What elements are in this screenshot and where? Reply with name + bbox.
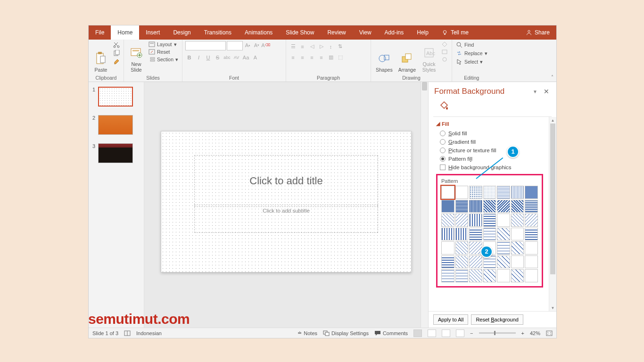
numbering-button[interactable]: ≡ <box>298 42 306 50</box>
picture-fill-radio[interactable]: Picture or texture fill <box>440 148 545 153</box>
pattern-swatch[interactable] <box>469 228 482 241</box>
thumb-2[interactable] <box>98 115 133 135</box>
shape-fill-button[interactable] <box>440 41 449 48</box>
thumb-1[interactable] <box>98 87 133 107</box>
tab-animations[interactable]: Animations <box>238 25 279 40</box>
title-placeholder[interactable]: Click to add title <box>194 155 378 207</box>
tab-home[interactable]: Home <box>111 25 139 40</box>
layout-button[interactable]: Layout ▾ <box>148 41 179 48</box>
tab-review[interactable]: Review <box>321 25 352 40</box>
quick-styles-button[interactable]: AbcQuick Styles <box>420 41 438 74</box>
tab-help[interactable]: Help <box>410 25 435 40</box>
pattern-swatch[interactable] <box>525 255 538 269</box>
pattern-swatch[interactable] <box>455 269 469 282</box>
reset-button[interactable]: Reset <box>148 49 179 55</box>
pattern-swatch[interactable] <box>511 269 524 282</box>
font-size-select[interactable] <box>227 41 243 50</box>
pattern-swatch[interactable] <box>525 186 538 199</box>
format-painter-button[interactable] <box>112 58 121 66</box>
sorter-view-button[interactable] <box>428 329 436 337</box>
pattern-swatch[interactable] <box>483 214 496 227</box>
tab-slideshow[interactable]: Slide Show <box>279 25 321 40</box>
font-color-button[interactable]: A <box>251 53 259 61</box>
pattern-swatch[interactable] <box>441 214 454 227</box>
font-family-select[interactable] <box>185 41 226 50</box>
comments-button[interactable]: Comments <box>374 330 408 336</box>
share-button[interactable]: Share <box>519 25 556 40</box>
pattern-swatch[interactable] <box>441 228 454 241</box>
pattern-swatch[interactable] <box>525 214 538 227</box>
indent-dec-button[interactable]: ◁ <box>308 42 316 50</box>
pattern-swatch[interactable] <box>511 186 524 199</box>
pattern-swatch[interactable] <box>469 269 482 282</box>
pattern-swatch[interactable] <box>469 214 482 227</box>
shape-outline-button[interactable] <box>440 49 449 55</box>
slide-counter[interactable]: Slide 1 of 3 <box>92 330 118 336</box>
columns-button[interactable]: ▥ <box>327 53 335 61</box>
apply-to-all-button[interactable]: Apply to All <box>433 314 468 325</box>
pattern-swatch[interactable] <box>441 200 454 213</box>
pattern-swatch[interactable] <box>455 241 469 255</box>
gradient-fill-radio[interactable]: Gradient fill <box>440 139 545 145</box>
pattern-swatch[interactable] <box>469 186 482 199</box>
zoom-level[interactable]: 42% <box>530 330 540 336</box>
pattern-swatch[interactable] <box>469 255 482 269</box>
tab-view[interactable]: View <box>353 25 378 40</box>
text-direction-button[interactable]: ⇅ <box>336 42 344 50</box>
pattern-swatch[interactable] <box>483 200 496 213</box>
justify-button[interactable]: ≡ <box>317 53 325 61</box>
smartart-button[interactable]: ⬚ <box>336 53 344 61</box>
shapes-button[interactable]: Shapes <box>374 41 395 74</box>
pattern-swatch[interactable] <box>525 228 538 241</box>
spellcheck-button[interactable] <box>124 330 131 336</box>
decrease-font-button[interactable]: A▾ <box>253 41 261 49</box>
pattern-swatch[interactable] <box>497 214 510 227</box>
tab-file[interactable]: File <box>89 25 111 40</box>
arrange-button[interactable]: Arrange <box>396 41 418 74</box>
pattern-swatch[interactable] <box>441 255 454 269</box>
bullets-button[interactable]: ☰ <box>289 42 297 50</box>
pattern-swatch[interactable] <box>497 228 510 241</box>
slideshow-view-button[interactable] <box>456 329 464 337</box>
align-right-button[interactable]: ≡ <box>308 53 316 61</box>
zoom-in-button[interactable]: + <box>521 330 524 336</box>
pattern-swatch[interactable] <box>497 200 510 213</box>
thumb-3[interactable] <box>98 143 133 163</box>
zoom-out-button[interactable]: − <box>470 330 473 336</box>
tab-design[interactable]: Design <box>166 25 197 40</box>
pattern-swatch[interactable] <box>441 186 454 199</box>
new-slide-button[interactable]: New Slide <box>127 41 146 74</box>
italic-button[interactable]: I <box>195 53 203 61</box>
pattern-swatch[interactable] <box>455 214 469 227</box>
tab-addins[interactable]: Add-ins <box>378 25 411 40</box>
pattern-swatch[interactable] <box>497 269 510 282</box>
pattern-swatch[interactable] <box>511 228 524 241</box>
pattern-swatch[interactable] <box>455 255 469 269</box>
solid-fill-radio[interactable]: Solid fill <box>440 131 545 136</box>
pattern-swatch[interactable] <box>511 241 524 255</box>
select-button[interactable]: Select ▾ <box>455 58 488 66</box>
section-button[interactable]: Section ▾ <box>148 56 179 63</box>
pattern-fill-radio[interactable]: Pattern fill <box>440 156 545 162</box>
bold-button[interactable]: B <box>185 53 193 61</box>
align-left-button[interactable]: ≡ <box>289 53 297 61</box>
pattern-swatch[interactable] <box>497 186 510 199</box>
indent-inc-button[interactable]: ▷ <box>317 42 325 50</box>
clear-format-button[interactable]: A⌫ <box>262 41 270 49</box>
collapse-ribbon-button[interactable]: ˄ <box>551 74 553 80</box>
normal-view-button[interactable] <box>413 329 422 337</box>
scroll-down-icon[interactable]: ▼ <box>549 304 556 311</box>
pattern-swatch[interactable] <box>525 269 538 282</box>
pattern-swatch[interactable] <box>483 269 496 282</box>
pattern-swatch[interactable] <box>497 241 510 255</box>
pattern-swatch[interactable] <box>455 200 469 213</box>
shadow-button[interactable]: abc <box>223 53 231 61</box>
pattern-swatch[interactable] <box>511 200 524 213</box>
shape-effects-button[interactable] <box>440 56 449 63</box>
pattern-swatch[interactable] <box>511 255 524 269</box>
char-spacing-button[interactable]: AV <box>232 53 240 61</box>
copy-button[interactable] <box>112 49 121 57</box>
tell-me[interactable]: Tell me <box>435 25 475 40</box>
pattern-swatch[interactable] <box>511 214 524 227</box>
fill-section-header[interactable]: ◢ Fill <box>436 121 549 127</box>
